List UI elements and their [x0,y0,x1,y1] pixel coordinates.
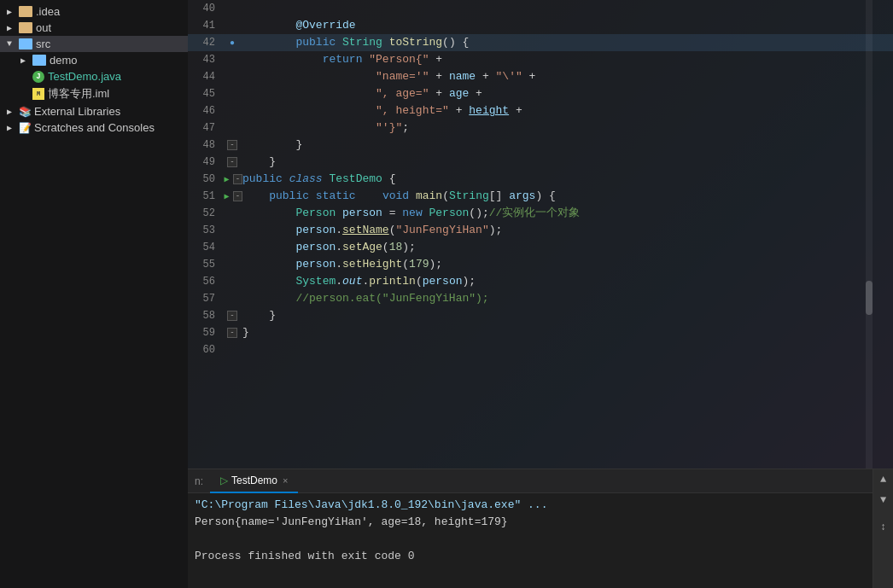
sidebar-item-demo[interactable]: ▶ demo [0,52,188,68]
code-content: System.out.println(person); [242,273,893,290]
bottom-tabs: n: ▷ TestDemo × [188,469,893,493]
sidebar-item-label: out [36,21,51,34]
table-row: 47 "'}"; [188,119,893,137]
console-success: Process finished with exit code 0 [195,550,414,562]
arrow-icon: ▶ [7,7,19,17]
code-content: public static void main(String[] args) { [242,188,893,205]
line-gutter: - [222,328,242,338]
bottom-tab-testdemo[interactable]: ▷ TestDemo × [210,469,298,493]
scrollbar-vertical[interactable] [866,0,873,469]
line-number: 52 [188,207,222,219]
table-row: 53 person.setName("JunFengYiHan"); [188,222,893,239]
sidebar-item-extlib[interactable]: ▶ 📚 External Libraries [0,103,188,119]
code-content: //person.eat("JunFengYiHan"); [242,290,893,307]
fold-icon[interactable]: - [227,311,237,321]
sidebar-item-label: External Libraries [34,105,120,118]
sidebar-item-out[interactable]: ▶ out [0,20,188,36]
line-number: 55 [188,259,222,271]
table-row: 46 ", height=" + height + [188,102,893,119]
line-number: 41 [188,20,222,32]
sidebar-item-scratches[interactable]: ▶ 📝 Scratches and Consoles [0,119,188,136]
table-row: 58 - } [188,307,893,324]
line-number: 59 [188,327,222,339]
arrow-icon: ▶ [7,123,19,133]
library-icon: 📚 [19,106,31,118]
line-number: 56 [188,276,222,288]
scroll-both-button[interactable]: ↕ [877,521,890,534]
code-content: "'}"; [242,119,893,137]
code-content: person.setName("JunFengYiHan"); [242,222,893,239]
bottom-content: "C:\Program Files\Java\jdk1.8.0_192\bin\… [188,493,893,588]
code-content: public String toString() { [242,34,893,51]
line-number: 60 [188,344,222,356]
console-cmd: "C:\Program Files\Java\jdk1.8.0_192\bin\… [195,498,547,511]
table-row: 52 Person person = new Person();//实例化一个对… [188,205,893,222]
arrow-icon: ▶ [7,107,19,117]
sidebar-item-label: Scratches and Consoles [34,121,155,134]
line-number: 46 [188,105,222,117]
fold-icon[interactable]: - [227,328,237,338]
table-row: 55 person.setHeight(179); [188,256,893,273]
scrollbar-thumb[interactable] [866,281,873,315]
sidebar-item-label: demo [50,54,78,67]
table-row: 54 person.setAge(18); [188,239,893,256]
sidebar-item-label: src [36,38,50,50]
sidebar-item-label: TestDemo.java [48,70,121,83]
line-gutter: ▶ - [222,174,242,184]
code-content: public class TestDemo { [242,171,893,188]
fold-icon[interactable]: - [227,157,237,167]
console-line: Person{name='JunFengYiHan', age=18, heig… [195,514,886,531]
code-lines: 40 41 @Override 42 ● [188,0,893,358]
code-content: person.setHeight(179); [242,256,893,273]
sidebar-item-idea[interactable]: ▶ .idea [0,3,188,20]
arrow-icon: ▶ [7,23,19,33]
line-gutter: - [222,140,242,150]
scroll-up-button[interactable]: ▲ [877,473,890,486]
bookmark-dot: ● [230,38,235,48]
line-number: 58 [188,310,222,322]
scroll-down-button[interactable]: ▼ [877,493,890,507]
fold-icon[interactable]: - [233,191,242,201]
code-editor[interactable]: 40 41 @Override 42 ● [188,0,893,469]
table-row: 42 ● public String toString() { [188,34,893,51]
table-row: 49 - } [188,154,893,171]
code-content: person.setAge(18); [242,239,893,256]
code-content: } [242,324,893,341]
code-content: } [242,137,893,154]
sidebar: ▶ .idea ▶ out ▼ src ▶ demo J TestDemo.ja… [0,0,188,588]
table-row: 41 @Override [188,17,893,34]
line-number: 45 [188,88,222,100]
table-row: 59 - } [188,324,893,341]
bottom-tab-label: TestDemo [231,474,277,486]
line-gutter: ● [222,38,242,48]
fold-icon[interactable]: - [233,174,242,184]
table-row: 40 [188,0,893,17]
fold-icon[interactable]: - [227,140,237,150]
bottom-toolbar: ▲ ▼ ↕ [873,469,893,588]
run-icon[interactable]: ▶ [222,191,231,201]
sidebar-item-src[interactable]: ▼ src [0,36,188,52]
sidebar-item-label: 博客专用.iml [48,86,109,102]
sidebar-item-testdemo[interactable]: J TestDemo.java [0,68,188,84]
arrow-icon: ▶ [20,55,32,66]
tab-close-button[interactable]: × [283,475,288,486]
table-row: 43 return "Person{" + [188,51,893,68]
code-content: } [242,154,893,171]
code-content: return "Person{" + [242,51,893,68]
run-icon[interactable]: ▶ [222,174,231,184]
table-row: 50 ▶ - public class TestDemo { [188,171,893,188]
scratch-icon: 📝 [19,122,31,134]
line-number: 47 [188,122,222,134]
code-content: } [242,307,893,324]
line-gutter: - [222,157,242,167]
sidebar-item-iml[interactable]: M 博客专用.iml [0,84,188,103]
table-row: 57 //person.eat("JunFengYiHan"); [188,290,893,307]
folder-icon [19,6,32,17]
folder-icon [19,22,32,33]
folder-icon-blue [32,55,46,66]
code-content: @Override [242,17,893,34]
line-number: 44 [188,71,222,83]
table-row: 56 System.out.println(person); [188,273,893,290]
code-content: "name='" + name + "\'" + [242,68,893,85]
line-gutter: - [222,311,242,321]
